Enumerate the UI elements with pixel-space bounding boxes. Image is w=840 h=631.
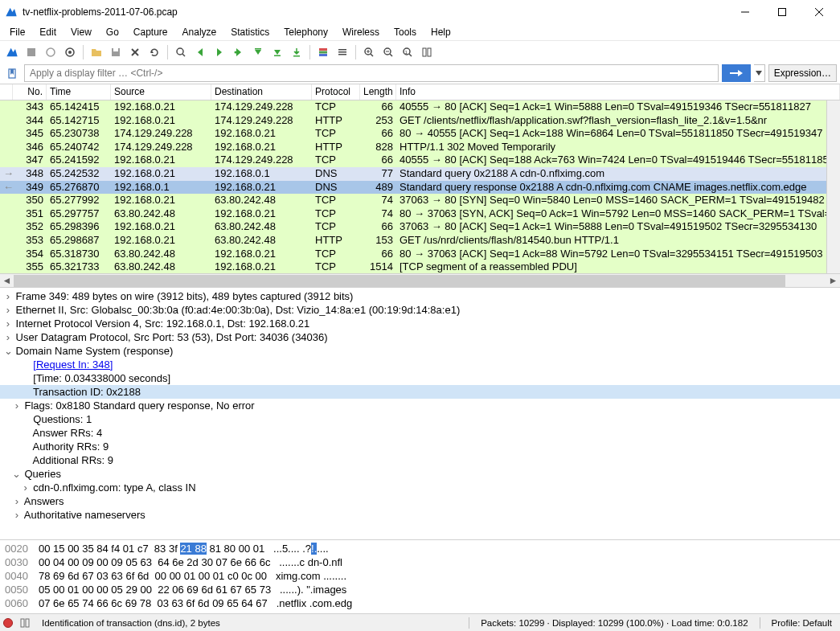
col-header-time[interactable]: Time <box>47 84 111 100</box>
packet-list-h-scrollbar[interactable]: ◄► <box>0 273 840 287</box>
svg-line-25 <box>371 54 373 56</box>
detail-row[interactable]: › Ethernet II, Src: Globalsc_00:3b:0a (f… <box>0 303 840 317</box>
detail-row[interactable]: › Flags: 0x8180 Standard query response,… <box>0 399 840 412</box>
colorize-button[interactable] <box>314 43 332 61</box>
detail-row[interactable]: ⌄ Queries <box>0 467 840 481</box>
detail-row[interactable]: [Request In: 348] <box>0 358 840 371</box>
svg-point-5 <box>47 48 55 56</box>
col-header-info[interactable]: Info <box>396 84 840 100</box>
hex-row[interactable]: 006007 6e 65 74 66 6c 69 78 03 63 6f 6d … <box>5 596 835 610</box>
restart-capture-button[interactable] <box>42 43 59 61</box>
stop-capture-button[interactable] <box>23 43 40 61</box>
menu-file[interactable]: File <box>3 25 31 39</box>
menu-help[interactable]: Help <box>424 25 457 39</box>
toolbar: 1 <box>0 40 840 63</box>
detail-row[interactable]: › cdn-0.nflximg.com: type A, class IN <box>0 481 840 494</box>
detail-row[interactable]: Questions: 1 <box>0 412 840 426</box>
expression-button[interactable]: Expression… <box>768 64 837 82</box>
packet-row[interactable]: 35565.32173363.80.242.48192.168.0.21TCP1… <box>0 260 840 273</box>
packet-row[interactable]: 35365.298687192.168.0.2163.80.242.48HTTP… <box>0 234 840 248</box>
zoom-in-button[interactable] <box>360 43 378 61</box>
auto-scroll-button[interactable] <box>288 43 305 61</box>
go-first-button[interactable] <box>249 43 267 61</box>
zoom-reset-button[interactable]: 1 <box>399 43 416 61</box>
go-to-packet-button[interactable] <box>230 43 248 61</box>
detail-row[interactable]: › Answers <box>0 494 840 508</box>
close-file-button[interactable] <box>126 43 144 61</box>
packet-list-body[interactable]: 34365.142415192.168.0.21174.129.249.228T… <box>0 100 840 273</box>
minimize-button[interactable] <box>729 0 766 24</box>
detail-row[interactable]: Answer RRs: 4 <box>0 426 840 440</box>
display-filter-input[interactable] <box>24 64 719 82</box>
filter-history-button[interactable] <box>754 64 765 82</box>
packet-row[interactable]: 34465.142715192.168.0.21174.129.249.228H… <box>0 114 840 128</box>
packet-row[interactable]: 35265.298396192.168.0.2163.80.242.48TCP6… <box>0 220 840 234</box>
zoom-out-button[interactable] <box>379 43 397 61</box>
detail-row[interactable]: [Time: 0.034338000 seconds] <box>0 371 840 385</box>
detail-row[interactable]: › Frame 349: 489 bytes on wire (3912 bit… <box>0 289 840 303</box>
filter-bookmark-button[interactable] <box>3 64 21 82</box>
start-capture-button[interactable] <box>3 43 21 61</box>
menu-view[interactable]: View <box>64 25 98 39</box>
col-header-source[interactable]: Source <box>111 84 211 100</box>
packet-row[interactable]: 34365.142415192.168.0.21174.129.249.228T… <box>0 100 840 114</box>
packet-list-scrollbar[interactable] <box>826 100 840 273</box>
packet-row[interactable]: 35165.29775763.80.242.48192.168.0.21TCP7… <box>0 207 840 221</box>
col-header-no[interactable]: No. <box>13 84 47 100</box>
hex-row[interactable]: 002000 15 00 35 84 f4 01 c7 83 3f 21 88 … <box>5 542 835 555</box>
menu-telephony[interactable]: Telephony <box>277 25 334 39</box>
svg-rect-37 <box>21 619 24 627</box>
go-last-button[interactable] <box>268 43 286 61</box>
detail-row[interactable]: Authority RRs: 9 <box>0 440 840 453</box>
packet-list-header[interactable]: No. Time Source Destination Protocol Len… <box>0 84 840 100</box>
menu-wireless[interactable]: Wireless <box>336 25 386 39</box>
svg-line-32 <box>409 54 412 56</box>
go-back-button[interactable] <box>191 43 209 61</box>
detail-row[interactable]: › User Datagram Protocol, Src Port: 53 (… <box>0 330 840 344</box>
menu-go[interactable]: Go <box>100 25 125 39</box>
apply-filter-button[interactable] <box>722 64 751 82</box>
window-title: tv-netflix-problems-2011-07-06.pcap <box>23 6 729 18</box>
packet-details-pane[interactable]: › Frame 349: 489 bytes on wire (3912 bit… <box>0 287 840 539</box>
packet-row[interactable]: 34565.230738174.129.249.228192.168.0.21T… <box>0 127 840 141</box>
packet-row[interactable]: ←34965.276870192.168.0.1192.168.0.21DNS4… <box>0 181 840 195</box>
menu-capture[interactable]: Capture <box>127 25 174 39</box>
expert-info-button[interactable] <box>3 618 13 628</box>
close-button[interactable] <box>803 0 840 24</box>
col-header-dest[interactable]: Destination <box>211 84 312 100</box>
open-file-button[interactable] <box>88 43 105 61</box>
detail-row[interactable]: ⌄ Domain Name System (response) <box>0 344 840 358</box>
packet-row[interactable]: 35065.277992192.168.0.2163.80.242.48TCP7… <box>0 194 840 207</box>
detail-row[interactable]: Transaction ID: 0x2188 <box>0 385 840 399</box>
col-header-len[interactable]: Length <box>360 84 396 100</box>
svg-point-14 <box>235 51 237 53</box>
packet-row[interactable]: 35465.31873063.80.242.48192.168.0.21TCP6… <box>0 248 840 261</box>
reload-button[interactable] <box>145 43 163 61</box>
menubar: File Edit View Go Capture Analyze Statis… <box>0 24 840 40</box>
hex-row[interactable]: 003000 04 00 09 00 09 05 63 64 6e 2d 30 … <box>5 555 835 569</box>
packet-row[interactable]: 34765.241592192.168.0.21174.129.249.228T… <box>0 154 840 167</box>
capture-options-button[interactable] <box>61 43 79 61</box>
resize-columns-button[interactable] <box>418 43 436 61</box>
autoscroll-live-button[interactable] <box>334 43 351 61</box>
hex-row[interactable]: 005005 00 01 00 00 05 29 00 22 06 69 6d … <box>5 583 835 596</box>
detail-row[interactable]: › Authoritative nameservers <box>0 508 840 522</box>
hex-row[interactable]: 004078 69 6d 67 03 63 6f 6d 00 00 01 00 … <box>5 569 835 583</box>
menu-statistics[interactable]: Statistics <box>224 25 276 39</box>
col-header-proto[interactable]: Protocol <box>312 84 360 100</box>
maximize-button[interactable] <box>766 0 803 24</box>
packet-bytes-pane[interactable]: 002000 15 00 35 84 f4 01 c7 83 3f 21 88 … <box>0 539 840 613</box>
packet-row[interactable]: →34865.242532192.168.0.21192.168.0.1DNS7… <box>0 167 840 181</box>
save-file-button[interactable] <box>107 43 125 61</box>
menu-edit[interactable]: Edit <box>33 25 63 39</box>
go-forward-button[interactable] <box>211 43 228 61</box>
packet-row[interactable]: 34665.240742174.129.249.228192.168.0.21H… <box>0 141 840 154</box>
svg-rect-19 <box>319 51 327 53</box>
status-profile[interactable]: Profile: Default <box>767 618 837 628</box>
capture-file-properties-icon[interactable] <box>19 617 31 629</box>
detail-row[interactable]: Additional RRs: 9 <box>0 453 840 467</box>
find-packet-button[interactable] <box>172 43 190 61</box>
menu-tools[interactable]: Tools <box>387 25 423 39</box>
menu-analyze[interactable]: Analyze <box>176 25 223 39</box>
detail-row[interactable]: › Internet Protocol Version 4, Src: 192.… <box>0 317 840 330</box>
